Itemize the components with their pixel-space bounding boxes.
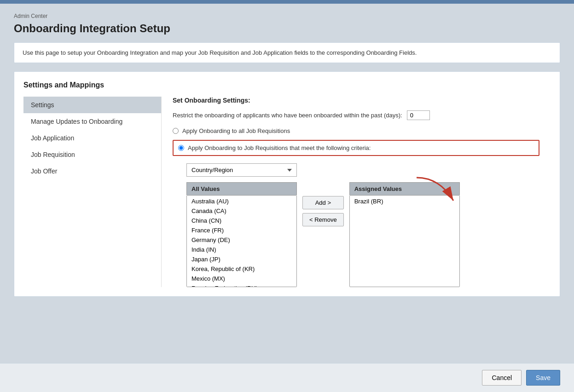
radio-option-2-label: Apply Onboarding to Job Requisitions tha…: [188, 144, 371, 151]
sidebar: SettingsManage Updates to OnboardingJob …: [23, 97, 162, 287]
sidebar-item-job-application[interactable]: Job Application: [23, 130, 161, 146]
restrict-row: Restrict the onboarding of applicants wh…: [173, 110, 539, 120]
main-content: Set Onboarding Settings: Restrict the on…: [162, 97, 551, 287]
lists-container: All Values Australia (AU)Canada (CA)Chin…: [186, 182, 539, 287]
save-button[interactable]: Save: [526, 370, 560, 386]
breadcrumb: Admin Center: [14, 13, 560, 19]
sidebar-item-job-offer[interactable]: Job Offer: [23, 163, 161, 179]
info-banner: Use this page to setup your Onboarding I…: [14, 42, 560, 63]
radio-criteria-requisitions[interactable]: [178, 145, 184, 151]
all-values-header: All Values: [186, 182, 297, 195]
remove-button[interactable]: < Remove: [302, 213, 344, 226]
sidebar-item-job-requisition[interactable]: Job Requisition: [23, 146, 161, 163]
lists-row: All Values Australia (AU)Canada (CA)Chin…: [186, 182, 539, 287]
assigned-values-list[interactable]: Brazil (BR): [349, 195, 460, 287]
sidebar-item-manage-updates[interactable]: Manage Updates to Onboarding: [23, 113, 161, 130]
page-title: Onboarding Integration Setup: [14, 22, 560, 35]
radio-option-1-label: Apply Onboarding to all Job Requisitions: [182, 127, 290, 134]
add-button[interactable]: Add >: [302, 196, 344, 209]
bottom-bar: Cancel Save: [0, 363, 574, 392]
main-panel: Settings and Mappings SettingsManage Upd…: [14, 71, 560, 297]
criteria-section: Country/Region: [186, 163, 539, 287]
content-layout: SettingsManage Updates to OnboardingJob …: [23, 97, 551, 287]
radio-all-requisitions[interactable]: [173, 128, 179, 134]
restrict-days-input[interactable]: [407, 110, 430, 120]
all-values-box: All Values Australia (AU)Canada (CA)Chin…: [186, 182, 297, 287]
section-heading: Set Onboarding Settings:: [173, 97, 539, 104]
country-region-dropdown[interactable]: Country/Region: [186, 163, 297, 177]
action-buttons: Add > < Remove: [302, 182, 344, 226]
assigned-values-box: Assigned Values Brazil (BR): [349, 182, 460, 287]
assigned-values-header: Assigned Values: [349, 182, 460, 195]
restrict-label: Restrict the onboarding of applicants wh…: [173, 112, 402, 119]
all-values-list[interactable]: Australia (AU)Canada (CA)China (CN)Franc…: [186, 195, 297, 287]
sidebar-item-settings[interactable]: Settings: [23, 97, 161, 113]
cancel-button[interactable]: Cancel: [482, 370, 522, 386]
radio-option-2-row: Apply Onboarding to Job Requisitions tha…: [173, 140, 539, 156]
radio-option-1-row: Apply Onboarding to all Job Requisitions: [173, 127, 539, 134]
panel-title: Settings and Mappings: [23, 81, 551, 89]
